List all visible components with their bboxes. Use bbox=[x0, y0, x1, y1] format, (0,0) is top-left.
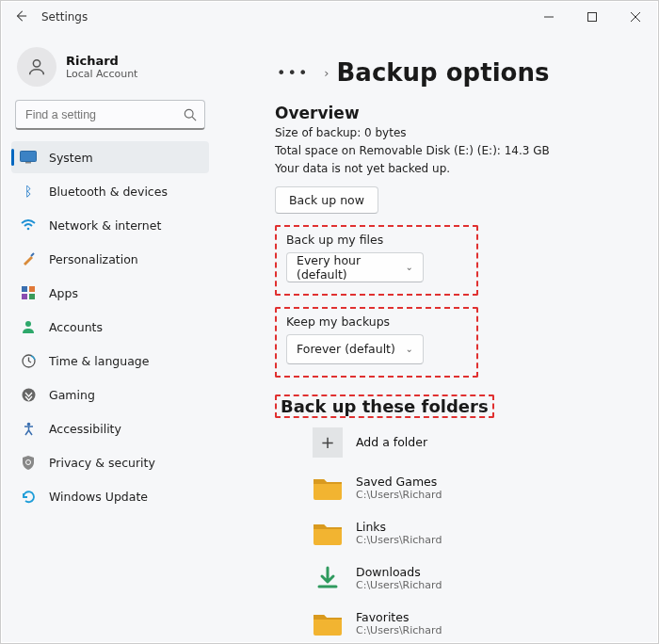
window-title: Settings bbox=[41, 10, 88, 24]
sidebar-item-label: Privacy & security bbox=[49, 456, 155, 470]
sidebar-item-personalization[interactable]: Personalization bbox=[11, 243, 209, 275]
folders-section-title: Back up these folders bbox=[281, 396, 489, 416]
page-title: Backup options bbox=[337, 58, 550, 87]
svg-rect-7 bbox=[29, 286, 35, 292]
backup-frequency-value: Every hour (default) bbox=[297, 253, 406, 282]
svg-point-2 bbox=[185, 109, 193, 118]
folder-name: Saved Games bbox=[356, 475, 442, 489]
backup-frequency-dropdown[interactable]: Every hour (default) ⌄ bbox=[286, 252, 424, 282]
sidebar-item-label: Windows Update bbox=[49, 490, 148, 504]
minimize-button[interactable] bbox=[527, 2, 571, 32]
backup-frequency-label: Back up my files bbox=[286, 233, 424, 247]
user-block[interactable]: Richard Local Account bbox=[11, 40, 209, 100]
folder-path: C:\Users\Richard bbox=[356, 534, 442, 546]
folder-item-saved-games[interactable]: Saved Games C:\Users\Richard bbox=[313, 473, 638, 503]
update-icon bbox=[19, 487, 38, 506]
keep-backups-dropdown[interactable]: Forever (default) ⌄ bbox=[286, 334, 424, 364]
folder-list: + Add a folder Saved Games C:\Users\Rich… bbox=[275, 427, 638, 642]
folder-item-links[interactable]: Links C:\Users\Richard bbox=[313, 518, 638, 548]
clock-icon bbox=[19, 351, 38, 370]
accessibility-icon bbox=[19, 419, 38, 438]
sidebar-item-gaming[interactable]: Gaming bbox=[11, 378, 209, 411]
sidebar-item-label: Accessibility bbox=[49, 422, 121, 436]
user-name: Richard bbox=[66, 54, 137, 68]
folder-name: Downloads bbox=[356, 565, 442, 579]
folder-item-downloads[interactable]: Downloads C:\Users\Richard bbox=[313, 563, 638, 593]
sidebar-item-label: Accounts bbox=[49, 320, 103, 334]
search-box[interactable] bbox=[15, 100, 205, 130]
svg-rect-9 bbox=[29, 294, 35, 299]
svg-rect-3 bbox=[21, 152, 37, 162]
sidebar-item-network[interactable]: Network & internet bbox=[11, 209, 209, 241]
folder-icon bbox=[313, 518, 343, 548]
brush-icon bbox=[19, 250, 38, 268]
folder-name: Favorites bbox=[356, 610, 442, 624]
keep-backups-value: Forever (default) bbox=[297, 342, 395, 356]
folder-icon bbox=[313, 473, 343, 503]
sidebar-item-apps[interactable]: Apps bbox=[11, 277, 209, 309]
svg-rect-4 bbox=[25, 162, 31, 164]
sidebar-item-update[interactable]: Windows Update bbox=[11, 480, 209, 512]
search-input[interactable] bbox=[15, 100, 205, 130]
shield-icon bbox=[19, 453, 38, 472]
person-icon bbox=[19, 317, 38, 336]
plus-icon: + bbox=[313, 427, 343, 458]
main: ••• › Backup options Overview Size of ba… bbox=[218, 32, 657, 642]
sidebar-item-system[interactable]: System bbox=[11, 141, 209, 173]
titlebar: Settings bbox=[2, 2, 657, 32]
sidebar-item-label: System bbox=[49, 151, 93, 165]
folder-item-favorites[interactable]: Favorites C:\Users\Richard bbox=[313, 608, 638, 638]
bluetooth-icon: ᛒ bbox=[19, 182, 38, 201]
breadcrumb: ••• › Backup options bbox=[269, 58, 638, 87]
overview-heading: Overview bbox=[275, 104, 638, 122]
folder-name: Links bbox=[356, 520, 442, 534]
chevron-right-icon: › bbox=[324, 66, 329, 80]
add-folder-button[interactable]: + Add a folder bbox=[313, 427, 638, 458]
sidebar: Richard Local Account System ᛒ Bluetooth… bbox=[2, 32, 218, 642]
add-folder-label: Add a folder bbox=[356, 435, 427, 449]
avatar bbox=[17, 47, 56, 87]
folder-path: C:\Users\Richard bbox=[356, 624, 442, 636]
sidebar-item-label: Apps bbox=[49, 286, 78, 300]
folder-path: C:\Users\Richard bbox=[356, 579, 442, 591]
sidebar-item-label: Network & internet bbox=[49, 218, 161, 233]
gaming-icon bbox=[19, 385, 38, 404]
svg-rect-6 bbox=[22, 286, 27, 292]
download-icon bbox=[313, 563, 343, 593]
nav: System ᛒ Bluetooth & devices Network & i… bbox=[11, 141, 209, 512]
sidebar-item-accounts[interactable]: Accounts bbox=[11, 311, 209, 343]
svg-point-1 bbox=[33, 60, 40, 67]
svg-rect-8 bbox=[22, 294, 27, 299]
sidebar-item-accessibility[interactable]: Accessibility bbox=[11, 412, 209, 444]
monitor-icon bbox=[19, 148, 38, 167]
wifi-icon bbox=[19, 216, 38, 234]
user-subtitle: Local Account bbox=[66, 68, 137, 80]
sidebar-item-label: Bluetooth & devices bbox=[49, 185, 168, 199]
sidebar-item-time[interactable]: Time & language bbox=[11, 345, 209, 377]
highlight-keep-backups: Keep my backups Forever (default) ⌄ bbox=[275, 307, 478, 378]
sidebar-item-label: Time & language bbox=[49, 354, 149, 368]
svg-point-13 bbox=[26, 422, 30, 426]
chevron-down-icon: ⌄ bbox=[406, 262, 413, 272]
svg-rect-0 bbox=[588, 13, 597, 22]
overview-section: Overview Size of backup: 0 bytes Total s… bbox=[275, 104, 638, 214]
folder-path: C:\Users\Richard bbox=[356, 489, 442, 501]
sidebar-item-privacy[interactable]: Privacy & security bbox=[11, 446, 209, 478]
backup-now-button[interactable]: Back up now bbox=[275, 186, 378, 214]
folder-icon bbox=[313, 608, 343, 638]
sidebar-item-label: Personalization bbox=[49, 252, 138, 266]
svg-point-10 bbox=[25, 321, 31, 327]
close-button[interactable] bbox=[614, 2, 657, 32]
maximize-button[interactable] bbox=[571, 2, 614, 32]
backup-status-line: Your data is not yet backed up. bbox=[275, 160, 638, 178]
highlight-folders-title: Back up these folders bbox=[275, 394, 494, 418]
search-icon bbox=[184, 107, 197, 125]
svg-point-5 bbox=[27, 228, 30, 231]
backup-size-line: Size of backup: 0 bytes bbox=[275, 124, 638, 142]
back-button[interactable] bbox=[8, 9, 34, 25]
apps-icon bbox=[19, 283, 38, 302]
breadcrumb-ellipsis[interactable]: ••• bbox=[269, 64, 316, 82]
highlight-backup-frequency: Back up my files Every hour (default) ⌄ bbox=[275, 225, 478, 296]
keep-backups-label: Keep my backups bbox=[286, 314, 424, 329]
sidebar-item-bluetooth[interactable]: ᛒ Bluetooth & devices bbox=[11, 175, 209, 207]
